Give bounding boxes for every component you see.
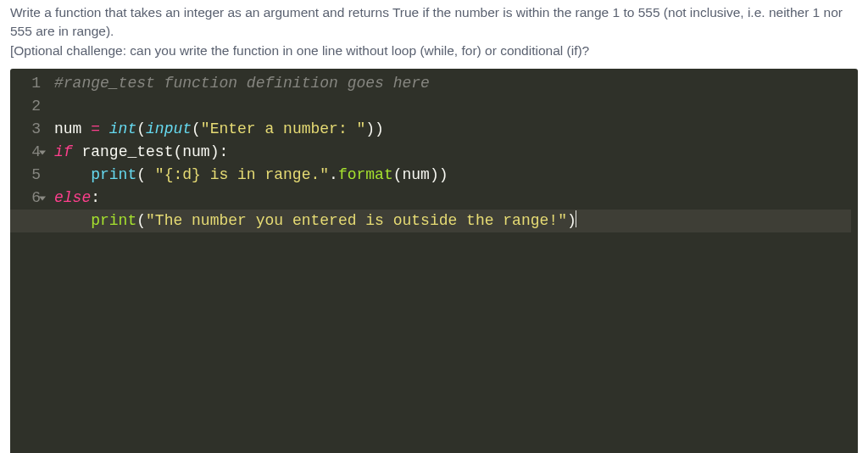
instruction-line-1: Write a function that takes an integer a… bbox=[10, 3, 858, 42]
code-line-3[interactable]: num = int(input("Enter a number: ")) bbox=[54, 118, 851, 141]
code-content[interactable]: #range_test function definition goes her… bbox=[54, 72, 858, 232]
code-line-1[interactable]: #range_test function definition goes her… bbox=[54, 72, 851, 95]
fold-arrow-icon[interactable] bbox=[39, 150, 46, 154]
instruction-line-2: [Optional challenge: can you write the f… bbox=[10, 42, 858, 60]
line-number: 2 bbox=[10, 95, 47, 118]
line-number: 1 bbox=[10, 72, 47, 95]
code-line-6[interactable]: else: bbox=[54, 187, 851, 210]
code-line-7[interactable]: print("The number you entered is outside… bbox=[10, 210, 851, 232]
code-editor[interactable]: 1 2 3 4 5 6 7 #range_test function defin… bbox=[10, 69, 858, 453]
line-number: 6 bbox=[10, 187, 47, 210]
code-line-4[interactable]: if range_test(num): bbox=[54, 141, 851, 164]
text-cursor bbox=[576, 210, 577, 227]
code-line-5[interactable]: print( "{:d} is in range.".format(num)) bbox=[54, 164, 851, 187]
line-number: 3 bbox=[10, 118, 47, 141]
problem-description: Write a function that takes an integer a… bbox=[0, 0, 868, 69]
line-number: 5 bbox=[10, 164, 47, 187]
fold-arrow-icon[interactable] bbox=[39, 196, 46, 200]
line-number-gutter: 1 2 3 4 5 6 7 bbox=[10, 72, 47, 232]
line-number: 4 bbox=[10, 141, 47, 164]
code-line-2[interactable] bbox=[54, 95, 851, 118]
